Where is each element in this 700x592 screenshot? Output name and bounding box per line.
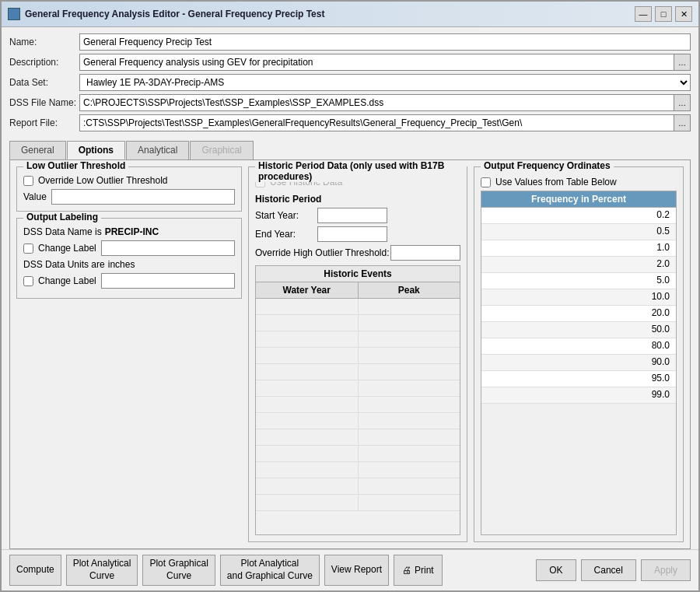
- cancel-button[interactable]: Cancel: [581, 559, 636, 581]
- water-year-cell: [256, 413, 359, 429]
- ok-button[interactable]: OK: [536, 559, 576, 581]
- water-year-cell: [256, 331, 359, 347]
- tab-options[interactable]: Options: [67, 141, 125, 159]
- peak-cell: [359, 495, 460, 510]
- window-title: General Frequency Analysis Editor - Gene…: [25, 9, 324, 19]
- end-year-input[interactable]: [317, 226, 387, 242]
- frequency-value: 5.0: [481, 273, 676, 289]
- description-input[interactable]: [79, 54, 674, 71]
- historic-events-title: Historic Events: [256, 266, 460, 282]
- frequency-row: 80.0: [481, 338, 676, 355]
- historic-event-row: [256, 495, 460, 511]
- close-button[interactable]: ✕: [675, 6, 692, 22]
- water-year-cell: [256, 495, 359, 510]
- description-browse-button[interactable]: …: [674, 54, 691, 71]
- water-year-header: Water Year: [256, 282, 359, 298]
- units-label: DSS Data Units are: [23, 259, 105, 270]
- dss-file-input[interactable]: [79, 94, 674, 111]
- frequency-table: Frequency in Percent 0.20.51.02.05.010.0…: [481, 191, 677, 535]
- tab-analytical[interactable]: Analytical: [126, 141, 189, 159]
- change-label-1-label: Change Label: [38, 243, 96, 254]
- frequency-row: 95.0: [481, 371, 676, 387]
- frequency-value: 0.2: [481, 208, 676, 223]
- use-values-label: Use Values from Table Below: [495, 177, 617, 187]
- dss-name-value: PRECIP-INC: [105, 226, 159, 237]
- dataset-label: Data Set:: [9, 77, 79, 88]
- plot-graphical-button[interactable]: Plot GraphicalCurve: [142, 555, 215, 586]
- app-icon: [8, 8, 20, 20]
- water-year-cell: [256, 478, 359, 494]
- use-values-checkbox[interactable]: [481, 177, 491, 187]
- frequency-row: 99.0: [481, 387, 676, 404]
- frequency-row: 2.0: [481, 257, 676, 273]
- low-outlier-group: Low Outlier Threshold Override Low Outli…: [16, 166, 242, 212]
- report-file-input[interactable]: [79, 114, 674, 131]
- peak-cell: [359, 331, 460, 347]
- output-labeling-title: Output Labeling: [23, 212, 101, 222]
- change-label-2-input[interactable]: [101, 273, 235, 289]
- report-file-label: Report File:: [9, 117, 79, 128]
- historic-event-row: [256, 478, 460, 495]
- start-year-label: Start Year:: [255, 210, 317, 221]
- frequency-value: 10.0: [481, 289, 676, 305]
- frequency-header: Frequency in Percent: [481, 191, 676, 208]
- view-report-button[interactable]: View Report: [324, 555, 389, 586]
- water-year-cell: [256, 397, 359, 412]
- end-year-label: End Year:: [255, 229, 317, 240]
- historic-events-header: Water Year Peak: [256, 282, 460, 299]
- historic-event-row: [256, 364, 460, 380]
- low-outlier-title: Low Outlier Threshold: [23, 160, 128, 171]
- change-label-1-input[interactable]: [101, 240, 235, 256]
- override-low-outlier-label: Override Low Outlier Threshold: [38, 175, 168, 186]
- tab-general[interactable]: General: [9, 141, 66, 159]
- override-low-outlier-checkbox[interactable]: [23, 176, 33, 186]
- report-file-field: …: [79, 114, 691, 131]
- apply-button[interactable]: Apply: [641, 559, 691, 581]
- dataset-select[interactable]: Hawley 1E PA-3DAY-Precip-AMS: [79, 74, 691, 91]
- change-label-1-row: Change Label: [23, 240, 235, 256]
- frequency-row: 20.0: [481, 306, 676, 322]
- dss-name-row: DSS Data Name is PRECIP-INC: [23, 226, 235, 237]
- override-high-outlier-input[interactable]: [390, 245, 460, 261]
- panel-left: Low Outlier Threshold Override Low Outli…: [16, 166, 242, 542]
- frequency-row: 1.0: [481, 240, 676, 257]
- print-button[interactable]: 🖨 Print: [394, 555, 443, 586]
- historic-events-table: Historic Events Water Year Peak: [255, 265, 460, 535]
- dss-file-browse-button[interactable]: …: [674, 94, 691, 111]
- name-input[interactable]: [79, 33, 691, 51]
- historic-event-row: [256, 429, 460, 446]
- compute-button[interactable]: Compute: [9, 555, 61, 586]
- start-year-input[interactable]: [317, 208, 387, 223]
- peak-cell: [359, 413, 460, 429]
- dss-file-field: …: [79, 94, 691, 111]
- minimize-button[interactable]: —: [635, 6, 652, 22]
- peak-cell: [359, 348, 460, 363]
- tab-graphical: Graphical: [190, 141, 253, 159]
- frequency-value: 1.0: [481, 240, 676, 256]
- maximize-button[interactable]: □: [655, 6, 672, 22]
- historic-event-row: [256, 315, 460, 331]
- plot-both-button[interactable]: Plot Analyticaland Graphical Curve: [220, 555, 320, 586]
- frequency-value: 20.0: [481, 306, 676, 321]
- main-window: General Frequency Analysis Editor - Gene…: [0, 0, 700, 592]
- frequency-value: 80.0: [481, 338, 676, 354]
- name-label: Name:: [9, 37, 79, 47]
- dss-file-row: DSS File Name: …: [9, 94, 691, 111]
- title-bar: General Frequency Analysis Editor - Gene…: [2, 2, 698, 27]
- water-year-cell: [256, 380, 359, 396]
- units-row: DSS Data Units are inches: [23, 259, 235, 270]
- change-label-1-checkbox[interactable]: [23, 243, 33, 254]
- historic-events-body: [256, 299, 460, 511]
- panel-right: Output Frequency Ordinates Use Values fr…: [474, 166, 684, 542]
- frequency-value: 2.0: [481, 257, 676, 272]
- historic-event-row: [256, 348, 460, 364]
- historic-event-row: [256, 299, 460, 315]
- frequency-value: 0.5: [481, 224, 676, 240]
- plot-analytical-button[interactable]: Plot AnalyticalCurve: [66, 555, 138, 586]
- low-outlier-value-input[interactable]: [51, 189, 235, 205]
- frequency-row: 50.0: [481, 322, 676, 338]
- peak-cell: [359, 478, 460, 494]
- report-file-browse-button[interactable]: …: [674, 114, 691, 131]
- change-label-2-checkbox[interactable]: [23, 276, 33, 286]
- frequency-value: 99.0: [481, 387, 676, 403]
